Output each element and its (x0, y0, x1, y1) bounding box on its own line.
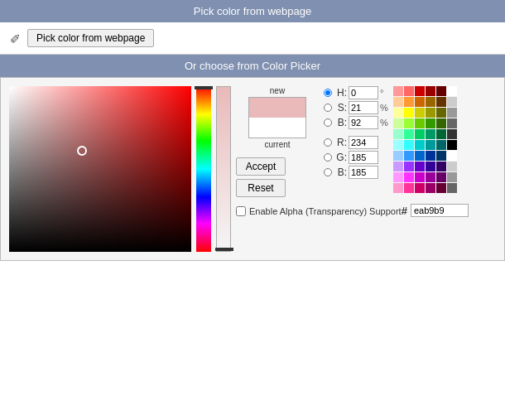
color-swatch[interactable] (404, 108, 414, 118)
b-rgb-input[interactable] (349, 166, 378, 179)
color-swatch[interactable] (415, 86, 425, 96)
b-hsb-row: B: % (324, 116, 388, 129)
color-swatch[interactable] (415, 97, 425, 107)
swatch-row (393, 183, 457, 193)
color-swatch[interactable] (426, 172, 435, 182)
color-gradient-square[interactable] (9, 86, 191, 252)
color-swatch[interactable] (436, 129, 446, 139)
color-swatch[interactable] (447, 140, 457, 150)
color-swatch[interactable] (426, 162, 435, 171)
reset-button[interactable]: Reset (236, 179, 286, 197)
color-swatch[interactable] (393, 172, 403, 182)
g-label: G: (334, 152, 347, 163)
color-swatch[interactable] (436, 97, 446, 107)
color-swatch[interactable] (404, 183, 414, 193)
alpha-row: Enable Alpha (Transparency) Support (236, 206, 402, 216)
h-radio[interactable] (324, 89, 332, 97)
b-rgb-label: B: (334, 167, 347, 178)
color-swatch[interactable] (436, 108, 446, 118)
color-swatch[interactable] (393, 183, 403, 193)
s-unit: % (380, 103, 388, 113)
color-swatch[interactable] (436, 151, 446, 161)
h-unit: ° (380, 88, 383, 98)
color-swatch[interactable] (415, 172, 425, 182)
color-swatch[interactable] (436, 172, 446, 182)
b-hsb-radio[interactable] (324, 118, 332, 127)
color-swatch[interactable] (393, 162, 403, 171)
color-swatch[interactable] (436, 162, 446, 171)
header-pick-color: Pick color from webpage (0, 0, 505, 22)
color-swatch[interactable] (404, 162, 414, 171)
color-swatch[interactable] (415, 183, 425, 193)
color-swatch[interactable] (426, 118, 435, 128)
color-swatch[interactable] (447, 118, 457, 128)
color-swatch[interactable] (415, 140, 425, 150)
swatches-area (393, 86, 457, 193)
color-swatch[interactable] (426, 140, 435, 150)
color-swatch[interactable] (415, 129, 425, 139)
color-swatch[interactable] (393, 129, 403, 139)
swatch-row (393, 162, 457, 171)
color-swatch[interactable] (426, 108, 435, 118)
color-swatch[interactable] (447, 172, 457, 182)
color-swatch[interactable] (393, 97, 403, 107)
hex-input[interactable] (411, 204, 469, 217)
color-swatch[interactable] (436, 183, 446, 193)
color-swatch[interactable] (404, 86, 414, 96)
color-swatch[interactable] (393, 151, 403, 161)
preview-area: new current (236, 86, 319, 149)
r-radio[interactable] (324, 138, 332, 147)
color-swatch[interactable] (415, 162, 425, 171)
color-swatch[interactable] (447, 108, 457, 118)
new-label: new (270, 86, 285, 95)
color-swatch[interactable] (426, 86, 435, 96)
color-swatch[interactable] (436, 118, 446, 128)
color-swatch[interactable] (415, 118, 425, 128)
color-swatch[interactable] (426, 129, 435, 139)
s-input[interactable] (349, 101, 378, 114)
color-swatch[interactable] (426, 97, 435, 107)
color-swatch[interactable] (404, 118, 414, 128)
hex-row: # (402, 204, 469, 217)
accept-button[interactable]: Accept (236, 157, 286, 176)
color-swatch[interactable] (393, 86, 403, 96)
preview-current-color (249, 118, 305, 138)
s-radio[interactable] (324, 104, 332, 112)
alpha-cursor (215, 248, 233, 251)
color-swatch[interactable] (404, 129, 414, 139)
color-swatch[interactable] (415, 108, 425, 118)
color-swatch[interactable] (426, 183, 435, 193)
color-swatch[interactable] (447, 162, 457, 171)
color-swatch[interactable] (393, 108, 403, 118)
hue-slider-container (196, 86, 211, 252)
color-swatch[interactable] (404, 140, 414, 150)
b-rgb-radio[interactable] (324, 168, 332, 176)
hue-slider[interactable] (196, 86, 211, 252)
color-swatch[interactable] (447, 129, 457, 139)
color-swatch[interactable] (393, 140, 403, 150)
color-swatch[interactable] (404, 172, 414, 182)
alpha-slider[interactable] (216, 86, 231, 252)
color-swatch[interactable] (415, 151, 425, 161)
r-input[interactable] (349, 136, 378, 149)
alpha-checkbox[interactable] (236, 206, 246, 216)
color-swatch[interactable] (447, 97, 457, 107)
color-swatch[interactable] (447, 151, 457, 161)
color-swatch[interactable] (436, 86, 446, 96)
eyedropper-icon: ✏ (6, 29, 25, 48)
h-input[interactable] (349, 86, 378, 99)
preview-box (248, 97, 306, 138)
g-radio[interactable] (324, 153, 332, 162)
color-swatch[interactable] (447, 86, 457, 96)
pick-color-button[interactable]: Pick color from webpage (27, 29, 154, 47)
right-panel: new current Accept Reset (236, 86, 469, 217)
color-swatch[interactable] (447, 183, 457, 193)
color-swatch[interactable] (393, 118, 403, 128)
color-swatch[interactable] (404, 151, 414, 161)
color-swatch[interactable] (426, 151, 435, 161)
color-swatch[interactable] (436, 140, 446, 150)
g-input[interactable] (349, 151, 378, 164)
color-swatch[interactable] (404, 97, 414, 107)
b-hsb-input[interactable] (349, 116, 378, 129)
controls-area: new current Accept Reset (236, 86, 319, 197)
